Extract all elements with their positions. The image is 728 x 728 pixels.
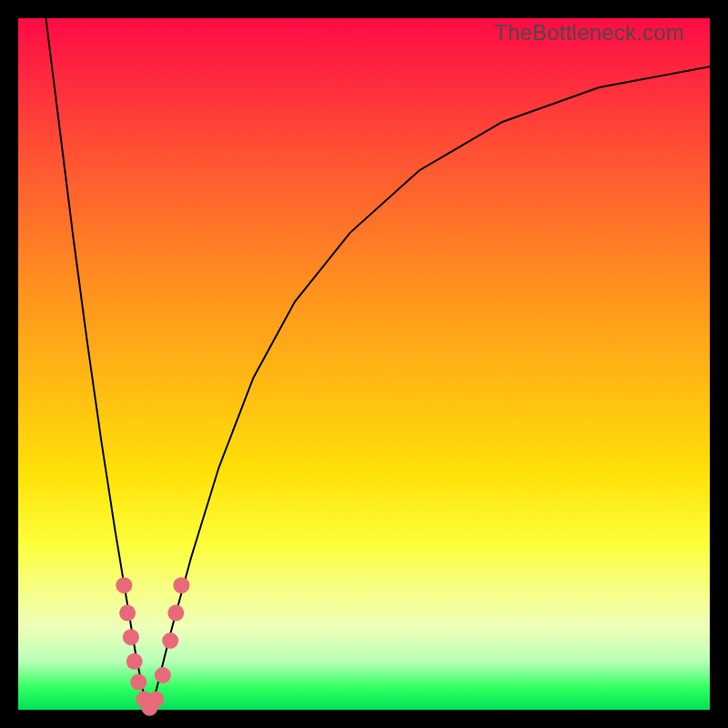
marker-point xyxy=(119,605,136,622)
marker-point xyxy=(173,577,189,593)
marker-point xyxy=(126,653,143,670)
curve-right-branch xyxy=(149,66,710,710)
marker-point xyxy=(123,629,139,645)
chart-svg xyxy=(18,18,710,710)
chart-frame: TheBottleneck.com xyxy=(0,0,728,728)
marker-point xyxy=(147,692,164,708)
marker-point xyxy=(116,577,132,593)
marker-point xyxy=(167,605,184,622)
marker-point xyxy=(155,667,171,683)
marker-point xyxy=(162,632,178,649)
marker-point xyxy=(130,674,147,691)
curve-left-branch xyxy=(46,18,149,710)
plot-area: TheBottleneck.com xyxy=(18,18,710,710)
